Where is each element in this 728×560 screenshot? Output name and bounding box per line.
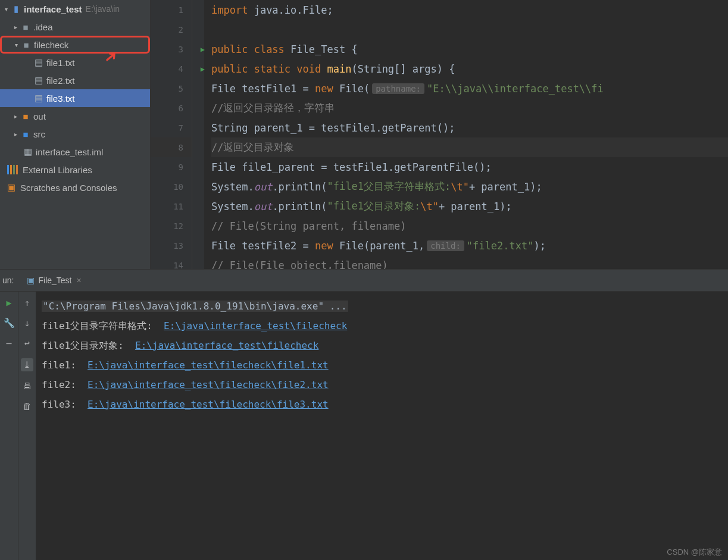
- tree-label: interface_test.iml: [36, 147, 103, 157]
- line-number[interactable]: 3▶: [151, 39, 192, 59]
- file-icon: ▤: [33, 75, 44, 86]
- folder-icon: ■: [20, 22, 31, 32]
- line-number[interactable]: 4▶: [151, 59, 192, 79]
- tree-folder-idea[interactable]: ▸ ■ .idea: [0, 18, 150, 36]
- project-icon: ▮: [11, 4, 21, 14]
- tree-label: src: [33, 129, 45, 139]
- tree-folder-out[interactable]: ▸ ■ out: [0, 107, 150, 125]
- tree-label: filecheck: [34, 40, 68, 50]
- line-number[interactable]: 11: [151, 196, 192, 216]
- file-icon: ▤: [33, 93, 44, 104]
- scratches-label: Scratches and Consoles: [20, 183, 117, 193]
- run-label: un:: [2, 276, 14, 285]
- editor-gutter[interactable]: 1 2 3▶ 4▶ 5 6 7 8 9 10 11 12 13 14 15 16…: [151, 0, 192, 269]
- down-arrow-icon[interactable]: ↓: [24, 318, 30, 329]
- up-arrow-icon[interactable]: ↑: [24, 298, 30, 308]
- tree-file-file3[interactable]: ▤ file3.txt: [0, 89, 150, 107]
- line-number[interactable]: 1: [151, 0, 192, 20]
- iml-icon: ▦: [23, 146, 33, 157]
- folder-icon: ■: [20, 129, 31, 139]
- console-link[interactable]: E:\java\interface_test\filecheck\file3.t…: [88, 399, 329, 410]
- tree-file-iml[interactable]: ▦ interface_test.iml: [0, 143, 150, 161]
- run-config-icon: ▣: [27, 276, 35, 285]
- run-toolbar-left: ▶ 🔧 —: [0, 292, 18, 561]
- console-command: "C:\Program Files\Java\jdk1.8.0_191\bin\…: [42, 301, 348, 312]
- external-libraries[interactable]: External Libraries: [0, 161, 150, 179]
- chevron-right-icon: ▸: [11, 131, 20, 137]
- code-editor[interactable]: 1 2 3▶ 4▶ 5 6 7 8 9 10 11 12 13 14 15 16…: [151, 0, 728, 269]
- external-libraries-label: External Libraries: [23, 165, 92, 175]
- chevron-down-icon: ▾: [1, 6, 11, 12]
- code-content[interactable]: import java.io.File; public class File_T…: [204, 0, 728, 269]
- project-root[interactable]: ▾ ▮ interface_test E:\java\in: [0, 0, 150, 18]
- tree-file-file1[interactable]: ▤ file1.txt: [0, 54, 150, 71]
- line-number[interactable]: 2: [151, 20, 192, 39]
- line-number[interactable]: 9: [151, 157, 192, 177]
- rerun-icon[interactable]: ▶: [6, 298, 11, 308]
- console-link[interactable]: E:\java\interface_test\filecheck\file2.t…: [88, 379, 329, 390]
- folder-icon: ■: [21, 40, 32, 50]
- tree-folder-filecheck[interactable]: ▾ ■ filecheck: [0, 36, 150, 54]
- scratches-consoles[interactable]: ▣ Scratches and Consoles: [0, 179, 150, 196]
- tree-file-file2[interactable]: ▤ file2.txt: [0, 71, 150, 89]
- line-number[interactable]: 6: [151, 98, 192, 118]
- line-number[interactable]: 7: [151, 118, 192, 137]
- chevron-right-icon: ▸: [11, 24, 20, 30]
- console-output[interactable]: "C:\Program Files\Java\jdk1.8.0_191\bin\…: [36, 292, 728, 561]
- project-tree[interactable]: ▾ ▮ interface_test E:\java\in ▸ ■ .idea …: [0, 0, 151, 269]
- line-number[interactable]: 10: [151, 177, 192, 196]
- close-icon[interactable]: ×: [77, 276, 82, 285]
- tree-label: .idea: [33, 22, 53, 32]
- tree-folder-src[interactable]: ▸ ■ src: [0, 125, 150, 143]
- line-number[interactable]: 8: [151, 137, 192, 157]
- divider: —: [6, 338, 11, 349]
- watermark: CSDN @陈家意: [667, 547, 722, 558]
- run-tab-bar: un: ▣ File_Test ×: [0, 269, 728, 292]
- console-link[interactable]: E:\java\interface_test\filecheck: [135, 340, 318, 351]
- tree-label: file2.txt: [46, 76, 75, 86]
- run-tab[interactable]: ▣ File_Test ×: [21, 272, 87, 289]
- line-number[interactable]: 5: [151, 79, 192, 98]
- tree-label: file1.txt: [46, 58, 75, 68]
- scroll-icon[interactable]: ⤓: [21, 358, 33, 371]
- print-icon[interactable]: 🖶: [23, 381, 32, 392]
- file-icon: ▤: [33, 57, 44, 68]
- marker-column: [192, 0, 204, 269]
- run-tab-name: File_Test: [38, 276, 71, 285]
- trash-icon[interactable]: 🗑: [23, 401, 32, 412]
- chevron-right-icon: ▸: [11, 113, 20, 120]
- param-hint: pathname:: [372, 83, 424, 94]
- scratch-icon: ▣: [7, 182, 15, 193]
- tree-label: out: [33, 111, 46, 121]
- project-name: interface_test: [24, 4, 82, 14]
- wrench-icon[interactable]: 🔧: [4, 318, 15, 329]
- line-number[interactable]: 12: [151, 216, 192, 236]
- line-number[interactable]: 13: [151, 236, 192, 255]
- project-path: E:\java\in: [86, 4, 120, 14]
- wrap-icon[interactable]: ↩: [24, 338, 30, 349]
- libraries-icon: [7, 165, 18, 174]
- run-toolbar-right: ↑ ↓ ↩ ⤓ 🖶 🗑: [18, 292, 36, 561]
- console-link[interactable]: E:\java\interface_test\filecheck: [164, 320, 347, 331]
- line-number[interactable]: 14: [151, 255, 192, 269]
- tree-label: file3.txt: [46, 93, 75, 104]
- folder-icon: ■: [20, 111, 31, 121]
- param-hint: child:: [427, 240, 464, 251]
- chevron-down-icon: ▾: [11, 42, 21, 48]
- console-link[interactable]: E:\java\interface_test\filecheck\file1.t…: [88, 359, 329, 371]
